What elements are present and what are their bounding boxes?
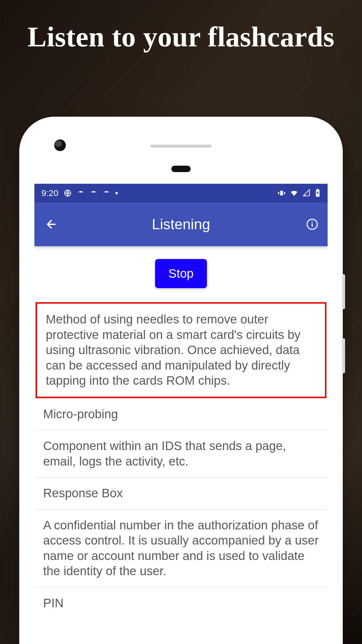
sensor-pill: [171, 166, 191, 172]
wifi-icon: [290, 189, 298, 197]
stop-button[interactable]: Stop: [155, 259, 207, 288]
book-icon: [90, 189, 97, 197]
info-icon: [306, 218, 318, 230]
battery-icon: [315, 189, 321, 197]
flashcard-item[interactable]: Micro-probing: [34, 398, 328, 430]
device-screen: 9:20: [34, 184, 328, 644]
phone-frame: 9:20: [19, 117, 343, 644]
content-area: Stop Method of using needles to remove o…: [34, 246, 328, 619]
app-bar: Listening: [34, 202, 328, 246]
svg-text:x: x: [304, 193, 306, 197]
promo-headline: Listen to your flashcards: [0, 20, 362, 53]
dot-icon: [115, 192, 118, 194]
status-bar: 9:20: [34, 184, 328, 202]
flashcard-item[interactable]: Response Box: [34, 477, 328, 509]
flashcard-item[interactable]: PIN: [34, 587, 328, 619]
flashcard-item[interactable]: A confidential number in the authorizati…: [34, 509, 328, 587]
svg-point-7: [312, 221, 313, 222]
camera-dot: [54, 139, 66, 151]
flashcard-item[interactable]: Method of using needles to remove outer …: [36, 302, 326, 398]
flashcard-list[interactable]: Method of using needles to remove outer …: [34, 302, 328, 619]
signal-icon: x: [303, 189, 311, 197]
svg-rect-1: [280, 191, 283, 195]
status-time: 9:20: [41, 188, 58, 198]
globe-icon: [64, 189, 72, 197]
page-title: Listening: [34, 216, 328, 233]
vibrate-icon: [277, 189, 286, 197]
book-icon: [103, 189, 110, 197]
svg-rect-4: [317, 189, 319, 190]
flashcard-item[interactable]: Component within an IDS that sends a pag…: [34, 430, 328, 477]
info-button[interactable]: [305, 217, 319, 232]
speaker-slit: [150, 145, 212, 148]
back-button[interactable]: [43, 216, 60, 233]
book-icon: [77, 189, 85, 197]
arrow-left-icon: [45, 218, 58, 231]
